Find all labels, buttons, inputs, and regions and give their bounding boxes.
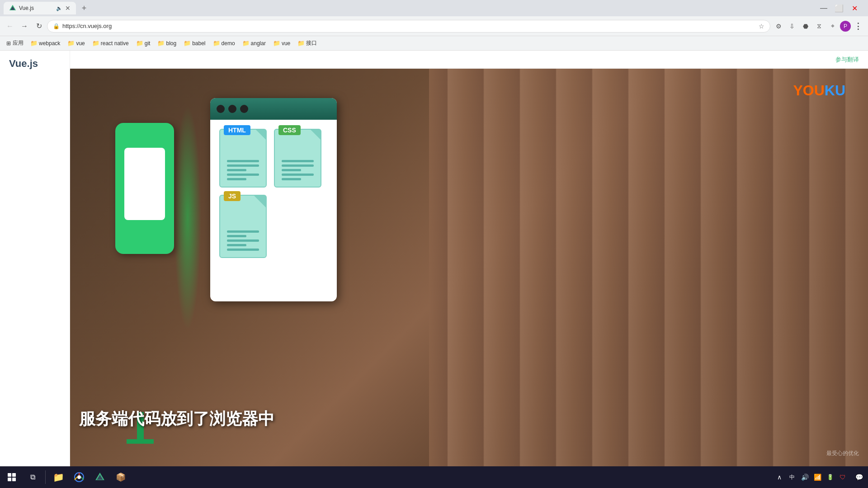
file-line bbox=[227, 164, 259, 167]
folder-icon: 📁 bbox=[92, 40, 99, 47]
action-center-button[interactable]: 💬 bbox=[854, 472, 864, 483]
bookmark-babel[interactable]: 📁 babel bbox=[180, 39, 208, 47]
bookmark-git[interactable]: 📁 git bbox=[133, 39, 154, 47]
bookmark-label: demo bbox=[222, 40, 235, 47]
taskbar-chrome[interactable] bbox=[69, 467, 89, 487]
bookmark-label: babel bbox=[192, 40, 205, 47]
tab-title: Vue.js bbox=[19, 5, 53, 11]
bookmark-api[interactable]: 📁 接口 bbox=[294, 38, 320, 48]
bookmark-label: blog bbox=[166, 40, 176, 47]
file-line bbox=[227, 169, 246, 171]
vuejs-taskbar-icon bbox=[95, 472, 105, 482]
forward-button[interactable]: → bbox=[18, 20, 31, 33]
apps-button[interactable]: ⊞ 应用 bbox=[4, 38, 26, 48]
close-window-button[interactable]: ✕ bbox=[848, 2, 861, 14]
js-badge: JS bbox=[224, 191, 241, 201]
back-button[interactable]: ← bbox=[4, 20, 16, 33]
address-bar[interactable]: 🔒 https://cn.vuejs.org ☆ bbox=[47, 20, 770, 33]
bookmark-anglar[interactable]: 📁 anglar bbox=[239, 39, 269, 47]
bookmark-demo[interactable]: 📁 demo bbox=[210, 39, 238, 47]
chrome-icon bbox=[74, 472, 84, 482]
folder-icon: 📁 bbox=[184, 40, 191, 47]
folder-icon: 📁 bbox=[297, 40, 305, 47]
network-icon[interactable]: 📶 bbox=[812, 472, 823, 483]
bookmark-vue2[interactable]: 📁 vue bbox=[270, 39, 293, 47]
restore-button[interactable]: ⬜ bbox=[833, 2, 845, 14]
browser-illus-body: HTML bbox=[210, 120, 337, 267]
folder-icon: 📁 bbox=[242, 40, 250, 47]
file-corner bbox=[311, 130, 321, 140]
file-lines bbox=[227, 230, 259, 251]
folder-icon: 📁 bbox=[213, 40, 220, 47]
antivirus-icon[interactable]: 🛡 bbox=[837, 472, 848, 483]
file-line bbox=[227, 174, 259, 176]
taskbar-file-explorer[interactable]: 📁 bbox=[48, 467, 68, 487]
tab-favicon bbox=[9, 5, 16, 12]
taskbar-vuejs[interactable] bbox=[90, 467, 110, 487]
phone-illustration bbox=[115, 123, 174, 254]
profile-avatar[interactable]: P bbox=[840, 21, 851, 32]
tab-close-button[interactable]: ✕ bbox=[65, 5, 71, 12]
bookmark-react-native[interactable]: 📁 react native bbox=[89, 39, 132, 47]
html-badge: HTML bbox=[224, 125, 250, 135]
folder-icon: 📁 bbox=[67, 40, 75, 47]
video-container[interactable]: HTML bbox=[70, 69, 868, 466]
header-right: 参与翻译 bbox=[835, 56, 859, 64]
browser-tab[interactable]: Vue.js 🔈 ✕ bbox=[4, 2, 76, 14]
bookmark-vue[interactable]: 📁 vue bbox=[64, 39, 88, 47]
title-bar: Vue.js 🔈 ✕ + — ⬜ ✕ bbox=[0, 0, 868, 16]
page-header: 参与翻译 bbox=[70, 51, 868, 69]
site-logo[interactable]: Vue.js bbox=[9, 58, 70, 70]
file-line bbox=[227, 249, 259, 251]
file-line bbox=[227, 178, 246, 180]
extensions-icon[interactable]: ⚙ bbox=[772, 20, 785, 33]
apps-grid-icon: ⊞ bbox=[6, 40, 11, 47]
video-subtitle: 服务端代码放到了浏览器中 bbox=[79, 408, 274, 430]
folder-icon: 📁 bbox=[157, 40, 165, 47]
taskbar-app-5[interactable]: 📦 bbox=[111, 467, 131, 487]
bookmarks-bar: ⊞ 应用 📁 webpack 📁 vue 📁 react native 📁 gi… bbox=[0, 36, 868, 51]
bookmark-star-icon[interactable]: ☆ bbox=[759, 23, 764, 30]
browser-illus-header bbox=[210, 98, 337, 120]
volume-icon[interactable]: 🔊 bbox=[799, 472, 810, 483]
file-corner bbox=[254, 196, 266, 207]
menu-button[interactable]: ⋮ bbox=[852, 20, 864, 33]
file-line bbox=[282, 174, 314, 176]
nav-icon-2[interactable]: ⇩ bbox=[786, 20, 798, 33]
dot-1 bbox=[217, 105, 225, 113]
bookmark-label: react native bbox=[101, 40, 129, 47]
youku-ku: KU bbox=[825, 82, 845, 99]
bookmark-label: git bbox=[145, 40, 151, 47]
start-button[interactable] bbox=[2, 467, 22, 487]
reload-button[interactable]: ↻ bbox=[33, 20, 45, 33]
file-line bbox=[282, 160, 314, 162]
nav-icon-4[interactable]: ⧖ bbox=[813, 20, 826, 33]
tab-audio-icon: 🔈 bbox=[56, 5, 62, 11]
folder-icon: 📁 bbox=[30, 40, 38, 47]
bookmark-webpack[interactable]: 📁 webpack bbox=[27, 39, 63, 47]
taskbar-chevron-icon[interactable]: ∧ bbox=[774, 472, 785, 483]
file-row-top: HTML bbox=[219, 129, 328, 188]
page-content: Vue.js 参与翻译 bbox=[0, 51, 868, 466]
task-view-button[interactable]: ⧉ bbox=[23, 467, 42, 487]
file-line bbox=[227, 235, 246, 237]
file-line bbox=[282, 178, 301, 180]
lock-icon: 🔒 bbox=[53, 23, 60, 29]
new-tab-button[interactable]: + bbox=[78, 2, 90, 14]
folder-icon: 📁 bbox=[273, 40, 280, 47]
browser-illustration: HTML bbox=[210, 98, 337, 301]
svg-point-3 bbox=[77, 475, 81, 479]
nav-icon-3[interactable]: ⬣ bbox=[799, 20, 812, 33]
video-background: HTML bbox=[70, 69, 868, 466]
file-lines bbox=[227, 160, 259, 180]
battery-icon[interactable]: 🔋 bbox=[825, 472, 835, 483]
bookmark-blog[interactable]: 📁 blog bbox=[154, 39, 179, 47]
apps-label: 应用 bbox=[13, 39, 24, 47]
bookmark-label: 接口 bbox=[306, 39, 317, 47]
minimize-button[interactable]: — bbox=[817, 2, 830, 14]
file-line bbox=[227, 244, 246, 246]
nav-icon-5[interactable]: ⌖ bbox=[826, 20, 839, 33]
bookmark-label: vue bbox=[282, 40, 290, 47]
ime-zh-icon[interactable]: 中 bbox=[787, 472, 797, 483]
translate-link[interactable]: 参与翻译 bbox=[835, 56, 859, 64]
